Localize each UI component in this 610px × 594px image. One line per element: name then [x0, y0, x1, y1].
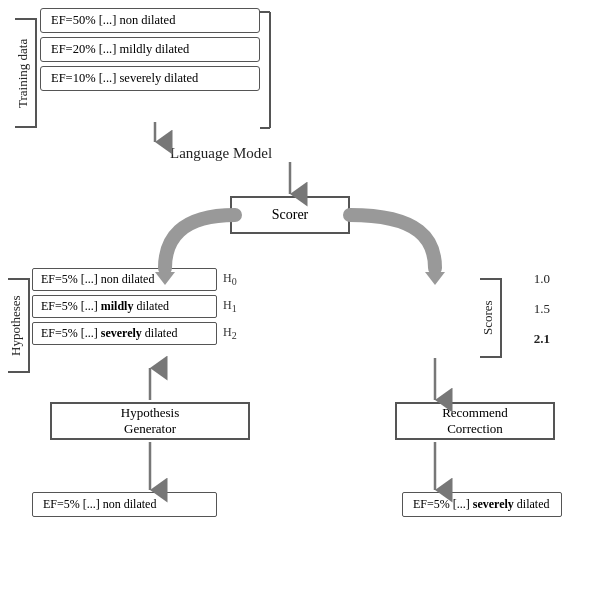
hypothesis-boxes: EF=5% [...] non dilated H0 EF=5% [...] m… — [32, 268, 237, 345]
h0-label: H0 — [223, 271, 237, 287]
bottom-recommendation-box: EF=5% [...] severely dilated — [402, 492, 562, 517]
hypothesis-box-1: EF=5% [...] mildly dilated — [32, 295, 217, 318]
scorer-box: Scorer — [230, 196, 350, 234]
score-2: 2.1 — [534, 328, 550, 350]
hypotheses-label: Hypotheses — [8, 278, 30, 373]
training-boxes: EF=50% [...] non dilated EF=20% [...] mi… — [40, 8, 260, 91]
svg-marker-8 — [425, 272, 445, 285]
score-0: 1.0 — [534, 268, 550, 290]
hypothesis-row-0: EF=5% [...] non dilated H0 — [32, 268, 237, 291]
language-model-label: Language Model — [170, 145, 272, 162]
score-values: 1.0 1.5 2.1 — [534, 268, 550, 350]
hypothesis-row-1: EF=5% [...] mildly dilated H1 — [32, 295, 237, 318]
hypothesis-box-0: EF=5% [...] non dilated — [32, 268, 217, 291]
h1-label: H1 — [223, 298, 237, 314]
recommend-correction-box: RecommendCorrection — [395, 402, 555, 440]
hypothesis-box-2: EF=5% [...] severely dilated — [32, 322, 217, 345]
hypothesis-generator-box: HypothesisGenerator — [50, 402, 250, 440]
diagram: Training data EF=50% [...] non dilated E… — [0, 0, 610, 594]
hypothesis-row-2: EF=5% [...] severely dilated H2 — [32, 322, 237, 345]
training-box-1: EF=50% [...] non dilated — [40, 8, 260, 33]
score-1: 1.5 — [534, 298, 550, 320]
scores-label: Scores — [480, 278, 502, 358]
h2-label: H2 — [223, 325, 237, 341]
training-data-label: Training data — [15, 18, 37, 128]
training-box-3: EF=10% [...] severely dilated — [40, 66, 260, 91]
training-box-2: EF=20% [...] mildly dilated — [40, 37, 260, 62]
bottom-hypothesis-box: EF=5% [...] non dilated — [32, 492, 217, 517]
